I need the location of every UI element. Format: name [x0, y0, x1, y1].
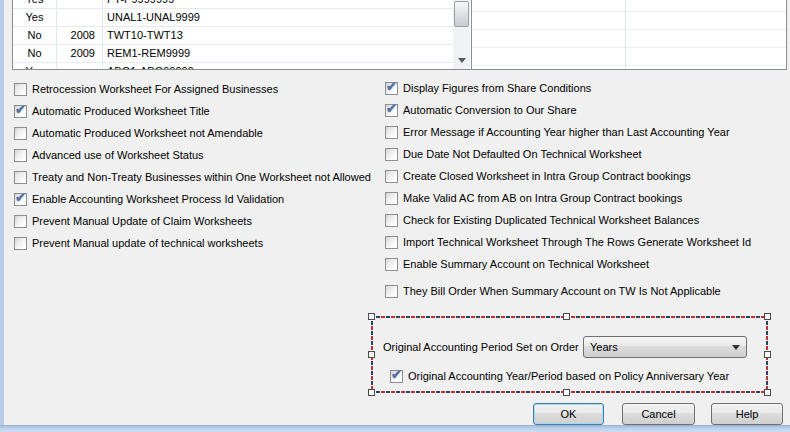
checkbox-row[interactable]: ✔Automatic Produced Worksheet Title — [14, 100, 380, 122]
checkbox-label: Original Accounting Year/Period based on… — [408, 370, 729, 382]
checkbox-row[interactable]: ✔Prevent Manual Update of Claim Workshee… — [14, 210, 380, 232]
cell-flag: No — [13, 45, 57, 62]
checkbox: ✔ — [385, 104, 398, 117]
checkmark-icon: ✔ — [386, 102, 397, 115]
checkbox: ✔ — [14, 127, 27, 140]
checkbox-row[interactable]: ✔Automatic Produced Worksheet not Amenda… — [14, 122, 380, 144]
selection-handle[interactable] — [563, 313, 570, 320]
checkbox: ✔ — [14, 149, 27, 162]
cell-range: TWT10-TWT13 — [103, 27, 453, 44]
checkbox: ✔ — [385, 285, 398, 298]
checkbox-label: Import Technical Worksheet Through The R… — [403, 236, 751, 248]
settings-dialog: YesPT-P9999999YesUNAL1-UNAL9999No2008TWT… — [0, 0, 790, 432]
checkbox-label: Error Message if Accounting Year higher … — [403, 126, 730, 138]
chevron-down-icon — [732, 345, 740, 350]
cell-year: 2008 — [57, 27, 103, 44]
code-table: YesPT-P9999999YesUNAL1-UNAL9999No2008TWT… — [12, 0, 787, 70]
cell-year: 2009 — [57, 45, 103, 62]
checkbox-row[interactable]: ✔Retrocession Worksheet For Assigned Bus… — [14, 78, 380, 100]
cell-year — [57, 63, 103, 69]
window-edge-left — [0, 0, 4, 432]
cell-range: UNAL1-UNAL9999 — [103, 9, 453, 26]
table-row[interactable]: YesABG1-ABG99999 — [13, 63, 453, 69]
checkbox-row[interactable]: ✔Automatic Conversion to Our Share — [385, 99, 787, 121]
selection-handle[interactable] — [764, 313, 771, 320]
selection-marquee: Original Accounting Period Set on Order … — [371, 316, 768, 393]
row-line — [472, 65, 786, 66]
checkbox-row[interactable]: ✔Treaty and Non-Treaty Businesses within… — [14, 166, 380, 188]
checkmark-icon: ✔ — [15, 103, 26, 116]
cell-flag: Yes — [13, 0, 57, 8]
checkbox-row[interactable]: ✔Check for Existing Duplicated Technical… — [385, 209, 787, 231]
checkbox-label: Automatic Conversion to Our Share — [403, 104, 577, 116]
checkbox: ✔ — [14, 193, 27, 206]
checkbox-row[interactable]: ✔Due Date Not Defaulted On Technical Wor… — [385, 143, 787, 165]
checkbox-label: Prevent Manual Update of Claim Worksheet… — [32, 215, 252, 227]
scroll-down-icon — [458, 58, 466, 63]
checkbox: ✔ — [385, 192, 398, 205]
selection-handle[interactable] — [368, 389, 375, 396]
selection-handle[interactable] — [764, 389, 771, 396]
cell-range: PT-P9999999 — [103, 0, 453, 8]
accounting-period-label: Original Accounting Period Set on Order — [383, 336, 579, 358]
cell-range: ABG1-ABG99999 — [103, 63, 453, 69]
row-line — [472, 11, 786, 12]
row-line — [472, 47, 786, 48]
scrollbar-thumb[interactable] — [454, 1, 469, 27]
checkbox-row[interactable]: ✔Import Technical Worksheet Through The … — [385, 231, 787, 253]
checkbox-label: Create Closed Worksheet in Intra Group C… — [403, 170, 691, 182]
column-line — [625, 0, 626, 69]
checkbox-row[interactable]: ✔Display Figures from Share Conditions — [385, 77, 787, 99]
code-table-empty-pane — [472, 0, 786, 69]
cancel-button[interactable]: Cancel — [622, 403, 695, 425]
table-row[interactable]: No2009REM1-REM9999 — [13, 45, 453, 63]
selection-handle[interactable] — [368, 351, 375, 358]
checkbox: ✔ — [14, 171, 27, 184]
checkbox: ✔ — [385, 126, 398, 139]
checkbox: ✔ — [14, 237, 27, 250]
selection-handle[interactable] — [563, 389, 570, 396]
checkbox: ✔ — [385, 236, 398, 249]
checkbox: ✔ — [385, 170, 398, 183]
checkmark-icon: ✔ — [15, 191, 26, 204]
code-table-rows: YesPT-P9999999YesUNAL1-UNAL9999No2008TWT… — [13, 0, 453, 69]
checkbox: ✔ — [385, 258, 398, 271]
checkbox-label: Prevent Manual update of technical works… — [32, 237, 263, 249]
checkbox: ✔ — [385, 214, 398, 227]
ok-button[interactable]: OK — [533, 403, 604, 425]
accounting-period-dropdown[interactable]: Years — [583, 336, 747, 358]
checkbox-label: Retrocession Worksheet For Assigned Busi… — [32, 83, 278, 95]
checkbox-row[interactable]: ✔Prevent Manual update of technical work… — [14, 232, 380, 254]
table-row[interactable]: YesPT-P9999999 — [13, 0, 453, 9]
table-row[interactable]: No2008TWT10-TWT13 — [13, 27, 453, 45]
checkbox-row[interactable]: ✔Make Valid AC from AB on Intra Group Co… — [385, 187, 787, 209]
row-line — [472, 29, 786, 30]
checkmark-icon: ✔ — [391, 368, 402, 381]
checkbox-column-right: ✔Display Figures from Share Conditions✔A… — [385, 77, 787, 302]
anniversary-checkbox-row[interactable]: ✔ Original Accounting Year/Period based … — [390, 366, 729, 386]
cell-flag: Yes — [13, 63, 57, 69]
cell-flag: No — [13, 27, 57, 44]
vertical-scrollbar[interactable] — [453, 0, 470, 69]
checkbox-row[interactable]: ✔Enable Accounting Worksheet Process Id … — [14, 188, 380, 210]
checkbox-label: Check for Existing Duplicated Technical … — [403, 214, 699, 226]
checkbox-label: Due Date Not Defaulted On Technical Work… — [403, 148, 642, 160]
checkbox-row[interactable]: ✔Error Message if Accounting Year higher… — [385, 121, 787, 143]
checkbox: ✔ — [385, 148, 398, 161]
window-edge-bottom — [0, 425, 790, 432]
checkbox-row[interactable]: ✔Create Closed Worksheet in Intra Group … — [385, 165, 787, 187]
checkbox: ✔ — [14, 105, 27, 118]
selection-handle[interactable] — [368, 313, 375, 320]
checkbox-label: Automatic Produced Worksheet Title — [32, 105, 210, 117]
cell-range: REM1-REM9999 — [103, 45, 453, 62]
scrollbar-down-button[interactable] — [453, 52, 470, 68]
checkbox-row[interactable]: ✔They Bill Order When Summary Account on… — [385, 280, 787, 302]
checkbox-label: Advanced use of Worksheet Status — [32, 149, 204, 161]
checkbox-row[interactable]: ✔Enable Summary Account on Technical Wor… — [385, 253, 787, 275]
checkbox-row[interactable]: ✔Advanced use of Worksheet Status — [14, 144, 380, 166]
help-button[interactable]: Help — [711, 403, 783, 425]
cell-year — [57, 0, 103, 8]
table-row[interactable]: YesUNAL1-UNAL9999 — [13, 9, 453, 27]
selection-handle[interactable] — [764, 351, 771, 358]
checkbox-label: Enable Summary Account on Technical Work… — [403, 258, 649, 270]
